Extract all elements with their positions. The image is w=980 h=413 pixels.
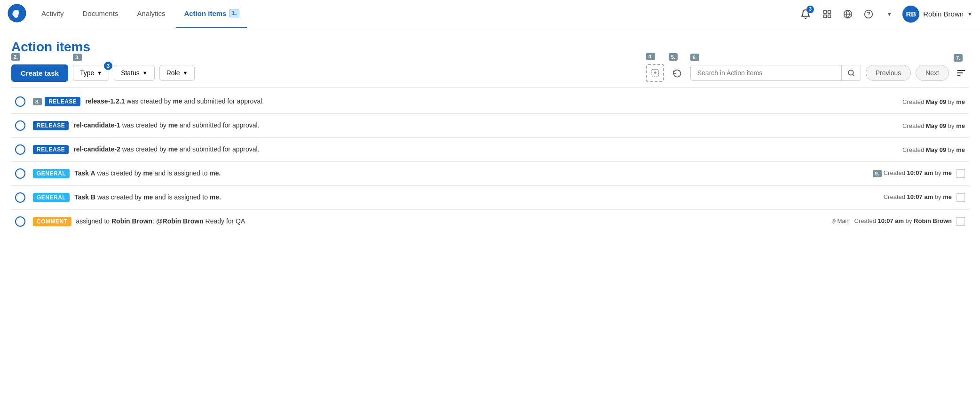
sort-button[interactable] xyxy=(954,65,969,80)
step-9-badge: 9. xyxy=(873,170,882,177)
tab-activity[interactable]: Activity xyxy=(34,0,71,28)
item-meta: Created May 09 by me xyxy=(827,138,969,162)
tab-analytics[interactable]: Analytics xyxy=(129,0,173,28)
svg-rect-3 xyxy=(828,10,831,13)
step-8-badge: 8. xyxy=(33,98,42,105)
item-text: rel-candidate-1 was created by me and su… xyxy=(73,121,259,129)
type-filter-area: 3. Type ▼ 3 xyxy=(73,65,109,81)
search-button[interactable] xyxy=(841,65,861,80)
item-meta: MainCreated 10:07 am by Robin Brown xyxy=(827,210,969,234)
notifications-button[interactable]: 3 xyxy=(797,6,814,23)
add-target-button[interactable] xyxy=(646,64,664,82)
type-filter-badge: 3 xyxy=(104,62,112,70)
navbar-tabs: Activity Documents Analytics Action item… xyxy=(34,0,797,28)
add-icon-area: 4. xyxy=(646,64,664,82)
item-circle[interactable] xyxy=(15,120,25,131)
help-icon[interactable] xyxy=(861,7,876,22)
svg-point-1 xyxy=(15,10,19,15)
step-7-badge: 7. xyxy=(954,54,963,62)
user-section[interactable]: RB Robin Brown ▼ xyxy=(902,6,972,23)
create-task-button[interactable]: Create task xyxy=(11,64,68,82)
search-wrapper xyxy=(690,65,861,81)
role-chevron-icon: ▼ xyxy=(183,70,188,76)
role-filter-button[interactable]: Role ▼ xyxy=(159,65,195,81)
item-tag: RELEASE xyxy=(33,145,69,154)
page-content: Action items 2. Create task 3. Type ▼ 3 … xyxy=(0,28,980,233)
svg-point-18 xyxy=(833,221,834,222)
item-meta: 9.Created 10:07 am by me xyxy=(827,162,969,186)
chevron-down-icon[interactable]: ▼ xyxy=(882,7,897,22)
items-table: 8.RELEASErelease-1.2.1 was created by me… xyxy=(11,90,969,233)
navbar: Activity Documents Analytics Action item… xyxy=(0,0,980,28)
type-chevron-icon: ▼ xyxy=(97,70,102,76)
item-circle[interactable] xyxy=(15,216,25,227)
type-filter-button[interactable]: Type ▼ 3 xyxy=(73,65,109,81)
search-input[interactable] xyxy=(691,65,841,80)
item-tag: RELEASE xyxy=(33,121,69,130)
toolbar: 2. Create task 3. Type ▼ 3 Status ▼ Role… xyxy=(11,64,969,88)
step-6-badge: 6. xyxy=(690,54,699,61)
item-meta: Created May 09 by me xyxy=(827,90,969,114)
item-checkbox[interactable] xyxy=(956,217,965,226)
user-name: Robin Brown xyxy=(923,10,964,18)
item-tag: GENERAL xyxy=(33,169,70,178)
table-row: GENERALTask A was created by me and is a… xyxy=(11,162,969,186)
item-tag: COMMENT xyxy=(33,217,71,226)
undo-button[interactable] xyxy=(669,64,686,81)
undo-area: 5. xyxy=(669,64,686,81)
item-circle[interactable] xyxy=(15,96,25,107)
item-meta: Created May 09 by me xyxy=(827,114,969,138)
svg-rect-5 xyxy=(828,15,831,17)
step-4-badge: 4. xyxy=(646,53,655,60)
grid-icon[interactable] xyxy=(820,7,835,22)
item-tag: RELEASE xyxy=(45,97,80,106)
globe-icon[interactable] xyxy=(840,7,855,22)
item-circle[interactable] xyxy=(15,144,25,155)
svg-rect-4 xyxy=(824,15,827,17)
create-task-area: 2. Create task xyxy=(11,64,68,82)
step-3-badge: 3. xyxy=(73,54,82,61)
item-text: release-1.2.1 was created by me and subm… xyxy=(85,97,264,105)
step-2-badge: 2. xyxy=(11,53,20,61)
notif-count: 3 xyxy=(806,6,814,13)
step-5-badge: 5. xyxy=(669,53,678,61)
svg-rect-2 xyxy=(824,10,827,13)
item-text: Task B was created by me and is assigned… xyxy=(74,193,221,201)
avatar: RB xyxy=(902,6,919,23)
page-title: Action items xyxy=(11,40,969,55)
table-row: RELEASErel-candidate-2 was created by me… xyxy=(11,138,969,162)
item-checkbox[interactable] xyxy=(956,169,965,178)
tab-action-items[interactable]: Action items 1. xyxy=(176,0,247,28)
sort-area: 7. xyxy=(954,65,969,80)
svg-line-14 xyxy=(853,74,854,76)
item-meta: Created 10:07 am by me xyxy=(827,186,969,210)
item-tag: GENERAL xyxy=(33,193,70,202)
table-row: RELEASErel-candidate-1 was created by me… xyxy=(11,114,969,138)
item-location: Main xyxy=(831,218,850,224)
logo[interactable] xyxy=(8,4,34,24)
navbar-actions: 3 ▼ RB Robin Brown ▼ xyxy=(797,6,972,23)
item-circle[interactable] xyxy=(15,168,25,179)
search-area: 6. xyxy=(690,65,861,81)
item-text: rel-candidate-2 was created by me and su… xyxy=(73,145,259,153)
action-items-badge: 1. xyxy=(229,9,239,17)
next-button[interactable]: Next xyxy=(916,65,949,81)
user-chevron-icon: ▼ xyxy=(967,11,972,17)
item-circle[interactable] xyxy=(15,192,25,203)
previous-button[interactable]: Previous xyxy=(866,65,911,81)
tab-documents[interactable]: Documents xyxy=(75,0,126,28)
status-filter-button[interactable]: Status ▼ xyxy=(114,65,155,81)
table-row: 8.RELEASErelease-1.2.1 was created by me… xyxy=(11,90,969,114)
item-text: assigned to Robin Brown: @Robin Brown Re… xyxy=(76,217,245,225)
table-row: GENERALTask B was created by me and is a… xyxy=(11,186,969,210)
item-checkbox[interactable] xyxy=(956,193,965,202)
table-row: COMMENTassigned to Robin Brown: @Robin B… xyxy=(11,210,969,234)
status-chevron-icon: ▼ xyxy=(142,70,148,76)
item-text: Task A was created by me and is assigned… xyxy=(74,169,221,177)
